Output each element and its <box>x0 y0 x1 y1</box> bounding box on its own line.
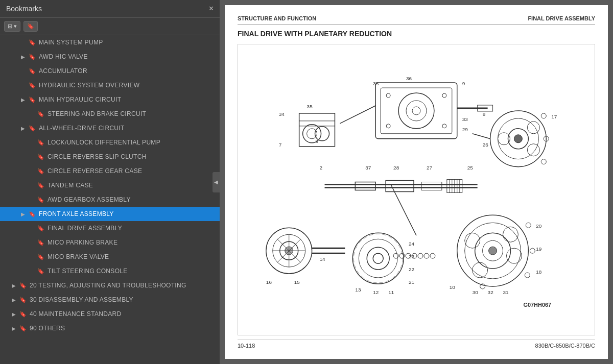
chevron-icon-20-testing[interactable]: ▶ <box>10 283 17 288</box>
bookmarks-toolbar: ⊞ ▾ 🔖 <box>0 18 220 35</box>
svg-text:22: 22 <box>409 266 415 272</box>
svg-text:10: 10 <box>450 284 456 290</box>
chevron-icon-front-axle-assembly[interactable]: ▶ <box>19 211 27 217</box>
bookmark-label-final-drive-assembly: FINAL DRIVE ASSEMBLY <box>48 225 122 232</box>
bookmark-label-mico-brake-valve: MICO BRAKE VALVE <box>48 253 109 260</box>
svg-text:20: 20 <box>536 223 542 229</box>
bookmark-icon-20-testing: 🔖 <box>19 282 27 289</box>
svg-text:17: 17 <box>551 114 557 119</box>
svg-text:24: 24 <box>409 241 415 247</box>
bookmark-item-steering-and-brake-circuit[interactable]: 🔖STEERING AND BRAKE CIRCUIT <box>0 107 220 121</box>
svg-text:37: 37 <box>365 165 371 171</box>
svg-text:34: 34 <box>279 111 285 117</box>
svg-text:16: 16 <box>266 279 272 285</box>
close-button[interactable]: × <box>209 4 214 13</box>
svg-text:30: 30 <box>473 289 479 295</box>
bookmark-icon-button[interactable]: 🔖 <box>23 21 38 32</box>
svg-text:13: 13 <box>355 287 361 293</box>
svg-text:19: 19 <box>536 246 542 252</box>
bookmarks-title: Bookmarks <box>6 5 42 13</box>
svg-text:2: 2 <box>320 165 323 171</box>
chevron-icon-40-maintenance[interactable]: ▶ <box>10 311 17 317</box>
bookmark-item-main-hydraulic-circuit[interactable]: ▶🔖MAIN HYDRAULIC CIRCUIT <box>0 92 220 107</box>
svg-point-85 <box>489 247 497 255</box>
bookmark-item-tandem-case[interactable]: 🔖TANDEM CASE <box>0 178 220 192</box>
bookmark-item-main-system-pump[interactable]: 🔖MAIN SYSTEM PUMP <box>0 35 220 50</box>
panel-collapse-handle[interactable]: ◀ <box>213 172 220 192</box>
bookmark-item-40-maintenance[interactable]: ▶🔖40 MAINTENANCE STANDARD <box>0 307 220 321</box>
svg-point-30 <box>514 135 522 143</box>
bookmark-icon-awd-hic-valve: 🔖 <box>28 54 36 60</box>
bookmark-item-hydraulic-system-overview[interactable]: 🔖HYDRAULIC SYSTEM OVERVIEW <box>0 78 220 92</box>
page-title: FINAL DRIVE WITH PLANETARY REDUCTION <box>238 30 595 38</box>
svg-text:36: 36 <box>406 76 412 81</box>
bookmark-label-main-hydraulic-circuit: MAIN HYDRAULIC CIRCUIT <box>39 96 121 103</box>
svg-text:18: 18 <box>536 269 542 275</box>
bookmark-item-awd-hic-valve[interactable]: ▶🔖AWD HIC VALVE <box>0 50 220 64</box>
svg-text:28: 28 <box>393 165 399 171</box>
bookmark-icon-90-others: 🔖 <box>19 325 27 332</box>
bookmark-icon-tandem-case: 🔖 <box>37 182 45 189</box>
bookmark-label-hydraulic-system-overview: HYDRAULIC SYSTEM OVERVIEW <box>39 82 139 89</box>
bookmark-label-tilt-steering-console: TILT STEERING CONSOLE <box>48 268 128 275</box>
bookmark-item-final-drive-assembly[interactable]: 🔖FINAL DRIVE ASSEMBLY <box>0 221 220 235</box>
svg-text:26: 26 <box>483 142 489 148</box>
bookmark-icon-mico-parking-brake: 🔖 <box>37 239 45 246</box>
bookmark-item-20-testing[interactable]: ▶🔖20 TESTING, ADJUSTING AND TROUBLESHOOT… <box>0 278 220 293</box>
technical-diagram: 34 35 7 5 <box>238 44 595 335</box>
svg-text:33: 33 <box>462 116 468 122</box>
chevron-icon-awd-hic-valve[interactable]: ▶ <box>19 54 27 60</box>
svg-text:9: 9 <box>462 81 465 86</box>
bookmark-item-mico-brake-valve[interactable]: 🔖MICO BRAKE VALVE <box>0 250 220 264</box>
model-numbers: 830B/C-850B/C-870B/C <box>535 343 595 349</box>
svg-text:32: 32 <box>488 289 494 295</box>
bookmark-label-circle-reverse-slip-clutch: CIRCLE REVERSE SLIP CLUTCH <box>48 153 147 160</box>
bookmark-icon-hydraulic-system-overview: 🔖 <box>28 82 36 89</box>
chevron-down-icon: ▾ <box>14 23 17 30</box>
svg-rect-0 <box>238 67 595 312</box>
diagram-container: 34 35 7 5 <box>238 44 595 335</box>
svg-text:12: 12 <box>373 289 379 295</box>
svg-text:29: 29 <box>462 127 468 132</box>
bookmark-item-all-wheel-drive-circuit[interactable]: ▶🔖ALL-WHEEL-DRIVE CIRCUIT <box>0 121 220 135</box>
page-number: 10-118 <box>238 343 255 349</box>
bookmark-label-circle-reverse-gear-case: CIRCLE REVERSE GEAR CASE <box>48 167 142 175</box>
bookmark-item-90-others[interactable]: ▶🔖90 OTHERS <box>0 321 220 335</box>
chevron-icon-90-others[interactable]: ▶ <box>10 326 17 331</box>
svg-text:31: 31 <box>503 289 509 295</box>
svg-text:5: 5 <box>316 138 319 144</box>
bookmark-item-mico-parking-brake[interactable]: 🔖MICO PARKING BRAKE <box>0 235 220 250</box>
chevron-icon-all-wheel-drive-circuit[interactable]: ▶ <box>19 126 27 131</box>
bookmark-label-all-wheel-drive-circuit: ALL-WHEEL-DRIVE CIRCUIT <box>39 125 125 132</box>
bookmark-item-tilt-steering-console[interactable]: 🔖TILT STEERING CONSOLE <box>0 264 220 278</box>
bookmark-icon-steering-and-brake-circuit: 🔖 <box>37 111 45 117</box>
svg-text:11: 11 <box>388 289 394 295</box>
svg-text:21: 21 <box>409 279 415 285</box>
left-panel: Bookmarks × ⊞ ▾ 🔖 🔖MAIN SYSTEM PUMP▶🔖AWD… <box>0 0 220 364</box>
svg-text:G07HH067: G07HH067 <box>523 302 551 308</box>
bookmark-item-lock-unlock-differential-pump[interactable]: 🔖LOCK/UNLOCK DIFFERENTIAL PUMP <box>0 135 220 150</box>
bookmark-item-circle-reverse-slip-clutch[interactable]: 🔖CIRCLE REVERSE SLIP CLUTCH <box>0 150 220 164</box>
bookmark-item-front-axle-assembly[interactable]: ▶🔖FRONT AXLE ASSEMBLY <box>0 207 220 221</box>
right-panel: STRUCTURE AND FUNCTION FINAL DRIVE ASSEM… <box>220 0 613 364</box>
bookmark-label-lock-unlock-differential-pump: LOCK/UNLOCK DIFFERENTIAL PUMP <box>48 139 160 146</box>
bookmark-label-awd-gearbox-assembly: AWD GEARBOX ASSEMBLY <box>48 196 131 203</box>
page-header-right: FINAL DRIVE ASSEMBLY <box>528 15 595 21</box>
bookmark-icon-circle-reverse-gear-case: 🔖 <box>37 168 45 175</box>
page-footer: 10-118 830B/C-850B/C-870B/C <box>238 339 595 349</box>
bookmark-item-accumulator[interactable]: 🔖ACCUMULATOR <box>0 64 220 78</box>
bookmark-icon-tilt-steering-console: 🔖 <box>37 268 45 275</box>
bookmarks-header: Bookmarks × <box>0 0 220 18</box>
grid-view-button[interactable]: ⊞ ▾ <box>4 21 20 32</box>
bookmark-label-30-disassembly: 30 DISASSEMBLY AND ASSEMBLY <box>30 296 133 303</box>
bookmark-item-circle-reverse-gear-case[interactable]: 🔖CIRCLE REVERSE GEAR CASE <box>0 164 220 178</box>
bookmark-item-30-disassembly[interactable]: ▶🔖30 DISASSEMBLY AND ASSEMBLY <box>0 293 220 307</box>
bookmark-item-awd-gearbox-assembly[interactable]: 🔖AWD GEARBOX ASSEMBLY <box>0 192 220 207</box>
chevron-icon-main-hydraulic-circuit[interactable]: ▶ <box>19 97 27 103</box>
bookmark-label-40-maintenance: 40 MAINTENANCE STANDARD <box>30 310 121 318</box>
bookmark-label-steering-and-brake-circuit: STEERING AND BRAKE CIRCUIT <box>48 110 146 117</box>
bookmark-list[interactable]: 🔖MAIN SYSTEM PUMP▶🔖AWD HIC VALVE🔖ACCUMUL… <box>0 35 220 364</box>
bookmark-label-accumulator: ACCUMULATOR <box>39 67 87 75</box>
bookmark-icon-accumulator: 🔖 <box>28 68 36 75</box>
chevron-icon-30-disassembly[interactable]: ▶ <box>10 297 17 303</box>
